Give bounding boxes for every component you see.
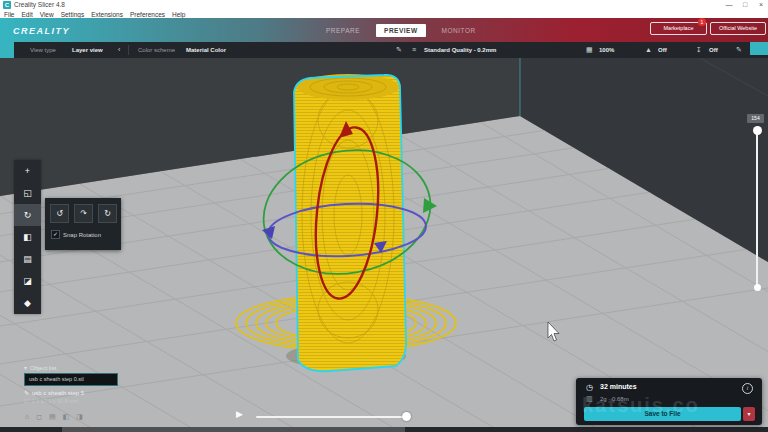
- color-scheme-label: Color scheme: [138, 47, 175, 53]
- menu-item[interactable]: Edit: [21, 11, 32, 18]
- tool-icon: +: [25, 166, 30, 176]
- menu-item[interactable]: Help: [172, 11, 185, 18]
- layer-height-icon: ≡: [412, 46, 416, 53]
- tool-icon: ◪: [23, 276, 32, 286]
- preview-toolbar: View type Layer view ‹ Color scheme Mate…: [0, 42, 768, 58]
- bottom-strip-segment: [62, 427, 405, 432]
- animation-slider-track[interactable]: [256, 416, 406, 418]
- accent-corner-left: [0, 42, 14, 58]
- view-preset-icon[interactable]: ▤: [49, 413, 56, 421]
- tool-icon: ↻: [24, 210, 32, 220]
- layer-slider-handle-top[interactable]: [753, 126, 762, 135]
- adhesion-setting[interactable]: Off: [709, 47, 718, 53]
- object-list-toggle[interactable]: ▾ Object list: [24, 364, 118, 371]
- toolbar-divider: [128, 45, 129, 55]
- edit-pencil-icon[interactable]: ✎: [736, 46, 742, 54]
- menu-item[interactable]: Settings: [61, 11, 85, 18]
- window-title: Creality Slicer 4.8: [14, 1, 65, 8]
- accent-corner-right: [750, 42, 768, 55]
- rotate-option-icon: ↺: [56, 209, 63, 218]
- tool-button[interactable]: ↻: [14, 204, 41, 226]
- animation-slider-handle[interactable]: [402, 412, 411, 421]
- print-time: 32 minutes: [600, 383, 637, 390]
- rotate-flyout-buttons: ↺↷↻: [50, 204, 117, 223]
- support-setting[interactable]: Off: [658, 47, 667, 53]
- save-dropdown-button[interactable]: ▾: [743, 407, 755, 421]
- stage-tab[interactable]: PREVIEW: [376, 24, 425, 37]
- color-scheme-select[interactable]: Material Color: [186, 47, 226, 53]
- support-icon: ▲: [645, 46, 652, 53]
- close-button[interactable]: ×: [754, 0, 768, 10]
- tool-sidebar: +◱↻◧▤◪◆: [14, 160, 41, 314]
- model-dimensions: 17.1 x 17.1 x 30.8 mm: [24, 398, 118, 404]
- clock-icon: ◷: [586, 383, 593, 392]
- snap-rotation-row: ✓ Snap Rotation: [51, 230, 101, 239]
- rotate-option-button[interactable]: ↺: [50, 204, 69, 223]
- rotate-option-button[interactable]: ↷: [74, 204, 93, 223]
- rotate-option-button[interactable]: ↻: [98, 204, 117, 223]
- tool-button[interactable]: ◱: [14, 182, 41, 204]
- info-icon[interactable]: i: [742, 383, 753, 394]
- model-name: usb c sheath step 5: [32, 390, 84, 396]
- marketplace-badge: 1: [698, 18, 706, 26]
- tool-button[interactable]: +: [14, 160, 41, 182]
- menu-item[interactable]: View: [40, 11, 54, 18]
- layer-slider-track[interactable]: [756, 130, 758, 288]
- menu-item[interactable]: Extensions: [91, 11, 123, 18]
- tool-button[interactable]: ◪: [14, 270, 41, 292]
- rotate-option-icon: ↷: [80, 209, 87, 218]
- filament-spool-icon: ▥: [586, 395, 593, 403]
- snap-rotation-checkbox[interactable]: ✓: [51, 230, 60, 239]
- minimize-button[interactable]: —: [722, 0, 736, 10]
- os-titlebar: C Creality Slicer 4.8 — □ ×: [0, 0, 768, 10]
- view-type-label: View type: [30, 47, 56, 53]
- view-preset-icon[interactable]: ◻: [36, 413, 42, 421]
- filename-input[interactable]: usb c sheath step 0.stl: [24, 373, 118, 386]
- view-preset-icon[interactable]: ⌂: [25, 413, 29, 421]
- material-usage: 2g · 0.68m: [600, 396, 629, 402]
- rotate-option-icon: ↻: [104, 209, 111, 218]
- app-icon: C: [3, 1, 11, 9]
- view-preset-buttons: ⌂◻▤◧◨: [25, 413, 83, 421]
- chevron-down-icon: ▾: [24, 364, 27, 371]
- layer-number-badge: 154: [747, 114, 764, 123]
- save-to-file-button[interactable]: Save to File: [584, 407, 741, 421]
- collapse-arrow-icon[interactable]: ‹: [118, 46, 120, 53]
- rename-pencil-icon[interactable]: ✎: [24, 389, 29, 396]
- rotate-tool-flyout: ↺↷↻ ✓ Snap Rotation: [45, 198, 121, 250]
- creality-logo: CREALITY: [13, 26, 70, 36]
- tool-button[interactable]: ◧: [14, 226, 41, 248]
- view-preset-icon[interactable]: ◨: [76, 413, 83, 421]
- tool-icon: ▤: [23, 254, 32, 264]
- stage-tab[interactable]: PREPARE: [318, 24, 368, 37]
- object-list-label: Object list: [30, 365, 56, 371]
- menu-item[interactable]: Preferences: [130, 11, 165, 18]
- model-rename-row[interactable]: ✎ usb c sheath step 5: [24, 389, 118, 396]
- model-cylinder[interactable]: [294, 74, 406, 371]
- adhesion-icon: ↧: [696, 46, 702, 54]
- view-preset-icon[interactable]: ◧: [63, 413, 70, 421]
- tool-icon: ◱: [23, 188, 32, 198]
- header-bar: CREALITY PREPAREPREVIEWMONITOR Marketpla…: [0, 18, 768, 42]
- menu-item[interactable]: File: [4, 11, 14, 18]
- maximize-button[interactable]: □: [738, 0, 752, 10]
- tool-button[interactable]: ◆: [14, 292, 41, 314]
- print-summary-panel: ◷ 32 minutes i ▥ 2g · 0.68m Save to File…: [576, 378, 762, 425]
- official-website-button[interactable]: Official Website: [710, 22, 766, 35]
- layer-slider-handle-bottom[interactable]: [754, 284, 761, 291]
- object-info-panel: ▾ Object list usb c sheath step 0.stl ✎ …: [24, 364, 118, 404]
- stage-tabs: PREPAREPREVIEWMONITOR: [318, 21, 484, 39]
- tool-icon: ◆: [24, 298, 31, 308]
- snap-rotation-label: Snap Rotation: [63, 232, 101, 238]
- tool-icon: ◧: [23, 232, 32, 242]
- infill-setting[interactable]: 100%: [599, 47, 614, 53]
- edit-pencil-icon[interactable]: ✎: [396, 46, 402, 54]
- tool-button[interactable]: ▤: [14, 248, 41, 270]
- play-button[interactable]: ▶: [236, 409, 243, 419]
- quality-setting[interactable]: Standard Quality - 0.2mm: [424, 47, 496, 53]
- creality-slicer-window: C Creality Slicer 4.8 — □ × FileEditView…: [0, 0, 768, 432]
- infill-icon: ▦: [586, 46, 593, 54]
- view-type-select[interactable]: Layer view: [72, 47, 103, 53]
- stage-tab[interactable]: MONITOR: [434, 24, 484, 37]
